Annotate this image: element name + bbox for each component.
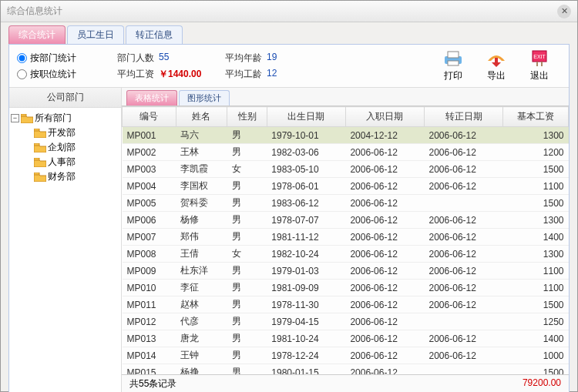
close-icon[interactable]: ✕ [557,5,571,18]
tree-root[interactable]: − 所有部门 [11,111,119,126]
cell: 1500 [503,297,569,313]
cell: 唐龙 [176,330,227,347]
cell: 1000 [503,347,569,364]
main-tab-1[interactable]: 员工生日 [67,25,124,44]
avg-age-value: 19 [267,52,277,65]
table-row[interactable]: MP012代彦男1979-04-152006-06-121250 [123,313,569,330]
col-header-1[interactable]: 姓名 [176,107,227,127]
cell: 2006-06-12 [345,195,424,212]
cell: 男 [227,364,267,375]
main-tab-0[interactable]: 综合统计 [8,25,66,44]
stat-mode-group: 按部门统计 按职位统计 [17,50,117,82]
cell: 1300 [503,127,569,144]
cell: 2006-06-12 [425,246,503,263]
avg-seniority-label: 平均工龄 [225,68,262,81]
cell: 贺科委 [176,195,227,212]
cell: 2006-06-12 [425,161,503,178]
table-row[interactable]: MP014王钟男1978-12-242006-06-122006-06-1210… [123,347,569,364]
radio-by-dept-input[interactable] [17,53,27,63]
cell: 1978-12-24 [267,347,345,364]
tree-item-1[interactable]: 企划部 [11,140,119,155]
cell: MP012 [123,313,176,330]
exit-icon: EXIT [527,49,552,68]
cell: MP004 [123,178,176,195]
sub-tab-1[interactable]: 图形统计 [179,90,230,106]
table-row[interactable]: MP011赵林男1978-11-302006-06-122006-06-1215… [123,297,569,313]
tree-item-label: 开发部 [48,126,76,139]
content-panel: 按部门统计 按职位统计 部门人数 55 平均年龄 19 平均工资 [8,44,570,392]
cell: 李凯霞 [176,161,227,178]
radio-by-dept[interactable]: 按部门统计 [17,50,117,66]
table-row[interactable]: MP010李征男1981-09-092006-06-122006-06-1211… [123,280,569,297]
svg-rect-9 [34,173,39,175]
dept-count-value: 55 [159,52,169,65]
cell: 1979-01-03 [267,263,345,280]
svg-rect-2 [448,61,459,65]
cell: 1981-10-24 [267,330,345,347]
cell: 1250 [503,313,569,330]
table-row[interactable]: MP015杨挣男1980-01-152006-06-121500 [123,364,569,375]
cell [425,364,503,375]
tree-item-2[interactable]: 人事部 [11,155,119,169]
cell: 李征 [176,280,227,297]
table-row[interactable]: MP013唐龙男1981-10-242006-06-122006-06-1214… [123,330,569,347]
cell: 马六 [176,127,227,144]
sidebar: 公司部门 − 所有部门 开发部企划部人事部财务部 [9,88,122,392]
table-row[interactable]: MP008王倩女1982-10-242006-06-122006-06-1213… [123,246,569,263]
cell: MP014 [123,347,176,364]
tree-item-0[interactable]: 开发部 [11,126,119,140]
folder-icon [34,129,46,138]
data-table: 编号姓名性别出生日期入职日期转正日期基本工资 MP001马六男1979-10-0… [122,106,569,374]
table-row[interactable]: MP003李凯霞女1983-05-102006-06-122006-06-121… [123,161,569,178]
cell: MP002 [123,144,176,161]
cell: 1300 [503,246,569,263]
col-header-5[interactable]: 转正日期 [425,107,503,127]
print-button[interactable]: 打印 [441,49,465,82]
cell: 1983-05-10 [267,161,345,178]
avg-seniority-value: 12 [267,68,277,81]
col-header-2[interactable]: 性别 [227,107,267,127]
cell: 1100 [503,178,569,195]
col-header-6[interactable]: 基本工资 [503,107,569,127]
table-row[interactable]: MP002王林男1982-03-062006-06-122006-06-1212… [123,144,569,161]
svg-rect-5 [21,114,26,116]
cell: 2006-06-12 [425,127,503,144]
cell: 2006-06-12 [425,330,503,347]
tree-item-label: 企划部 [48,141,76,154]
tree-item-3[interactable]: 财务部 [11,169,119,184]
cell: 杨修 [176,212,227,229]
cell: 1978-11-30 [267,297,345,313]
radio-by-post[interactable]: 按职位统计 [17,66,117,82]
data-grid[interactable]: 编号姓名性别出生日期入职日期转正日期基本工资 MP001马六男1979-10-0… [122,106,569,374]
table-row[interactable]: MP007郑伟男1981-11-122006-06-122006-06-1214… [123,229,569,246]
main-tabs: 综合统计员工生日转正信息 [1,22,577,44]
cell: 1500 [503,161,569,178]
cell: MP010 [123,280,176,297]
cell: 2006-06-12 [345,178,424,195]
table-row[interactable]: MP005贺科委男1983-06-122006-06-121500 [123,195,569,212]
cell: 2006-06-12 [425,347,503,364]
cell: 男 [227,127,267,144]
sub-tab-0[interactable]: 表格统计 [126,90,177,106]
table-row[interactable]: MP001马六男1979-10-012004-12-122006-06-1213… [123,127,569,144]
collapse-icon[interactable]: − [11,114,19,122]
cell: 王林 [176,144,227,161]
cell: 男 [227,195,267,212]
table-row[interactable]: MP009杜东洋男1979-01-032006-06-122006-06-121… [123,263,569,280]
cell: 王倩 [176,246,227,263]
salary-total: 79200.00 [523,377,561,390]
col-header-0[interactable]: 编号 [123,107,176,127]
table-row[interactable]: MP006杨修男1978-07-072006-06-122006-06-1213… [123,212,569,229]
col-header-4[interactable]: 入职日期 [345,107,424,127]
right-panel: 表格统计图形统计 编号姓名性别出生日期入职日期转正日期基本工资 MP001马六男… [122,88,569,392]
cell: 1400 [503,229,569,246]
col-header-3[interactable]: 出生日期 [267,107,345,127]
exit-button[interactable]: EXIT 退出 [527,49,552,82]
table-row[interactable]: MP004李国权男1978-06-012006-06-122006-06-121… [123,178,569,195]
cell: 1978-07-07 [267,212,345,229]
radio-by-post-input[interactable] [17,69,27,79]
export-button[interactable]: 导出 [484,49,509,82]
main-tab-2[interactable]: 转正信息 [126,25,183,44]
cell: MP001 [123,127,176,144]
body-split: 公司部门 − 所有部门 开发部企划部人事部财务部 表格统计图形统计 [9,87,569,392]
